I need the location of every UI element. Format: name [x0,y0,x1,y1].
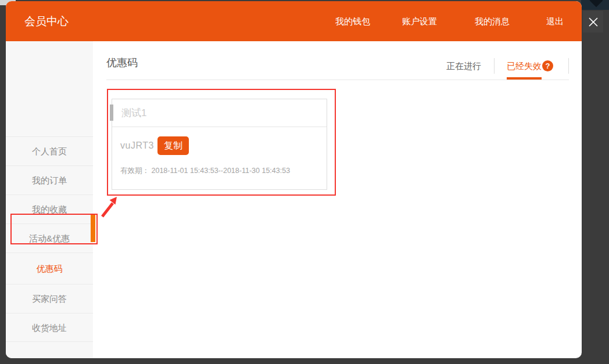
coupon-code-value: vuJRT3 [120,136,154,155]
modal-header: 会员中心 我的钱包 账户设置 我的消息 退出 [6,1,582,41]
sidebar-item-my-orders[interactable]: 我的订单 [6,165,93,194]
screen-backdrop: 会员中心 我的钱包 账户设置 我的消息 退出 个人首页 我的订单 我的收藏 活动… [0,0,609,364]
sidebar-item-personal-home[interactable]: 个人首页 [6,136,93,165]
nav-my-wallet[interactable]: 我的钱包 [335,1,370,41]
tab-divider [568,58,569,74]
sidebar-item-coupon-code[interactable]: 优惠码 [6,253,93,284]
coupon-validity-text: 有效期： 2018-11-01 15:43:53--2018-11-30 15:… [120,166,290,176]
nav-my-messages[interactable]: 我的消息 [475,1,510,41]
annotation-box-coupon-card: 测试1 vuJRT3 复制 有效期： 2018-11-01 15:43:53--… [107,89,336,196]
help-icon[interactable]: ? [542,60,553,71]
member-center-title: 会员中心 [24,1,69,41]
tab-expired[interactable]: 已经失效 [507,61,542,72]
tab-in-progress[interactable]: 正在进行 [446,61,481,72]
page-title: 优惠码 [106,56,138,70]
tabs-divider-line [106,80,569,80]
coupon-card: 测试1 vuJRT3 复制 有效期： 2018-11-01 15:43:53--… [112,99,327,190]
sidebar-item-activities-deals[interactable]: 活动&优惠 [6,224,93,253]
copy-button[interactable]: 复制 [157,136,189,155]
active-item-indicator-bar [91,215,95,242]
sidebar-item-buyer-qa[interactable]: 买家问答 [6,284,93,313]
sidebar-item-shipping-address[interactable]: 收货地址 [6,313,93,342]
nav-logout[interactable]: 退出 [546,1,564,41]
coupon-name: 测试1 [121,99,146,127]
nav-account-settings[interactable]: 账户设置 [402,1,437,41]
member-center-modal: 会员中心 我的钱包 账户设置 我的消息 退出 个人首页 我的订单 我的收藏 活动… [6,1,582,358]
close-button[interactable] [583,11,603,33]
sidebar-item-my-favorites[interactable]: 我的收藏 [6,194,93,224]
annotation-arrow [98,194,124,221]
tab-divider [494,58,495,74]
sidebar: 个人首页 我的订单 我的收藏 活动&优惠 优惠码 买家问答 收货地址 [6,41,93,358]
close-icon [588,17,599,27]
coupon-card-header: 测试1 [112,99,327,127]
background-logo-fragment [590,0,603,7]
background-page-header-fragment [581,0,609,10]
coupon-title-marker [110,104,113,121]
